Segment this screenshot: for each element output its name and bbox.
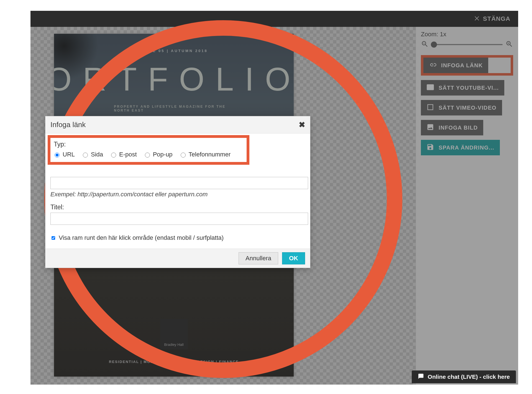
zoom-thumb[interactable] <box>431 42 437 48</box>
title-label: Titel: <box>50 204 305 211</box>
zoom-label: Zoom: 1x <box>421 31 513 38</box>
doc-logo: Bradley Hall <box>160 319 188 349</box>
radio-url-input[interactable] <box>55 153 60 158</box>
show-frame-checkbox-row[interactable]: Visa ram runt den här klick område (enda… <box>50 234 305 241</box>
dialog-footer: Annullera OK <box>45 249 310 268</box>
vimeo-button[interactable]: SÄTT VIMEO-VIDEO <box>421 100 502 115</box>
dialog-close-icon[interactable]: ✖ <box>299 120 305 129</box>
image-icon <box>426 123 434 132</box>
radio-sida-label: Sida <box>91 151 103 158</box>
zoom-in-icon[interactable] <box>505 40 513 49</box>
dialog-body: Typ: URL Sida E-post Pop-up Telefonnumme… <box>45 133 310 249</box>
topbar: STÄNGA <box>30 11 518 27</box>
youtube-label: SÄTT YOUTUBE-VI... <box>439 85 499 91</box>
insert-link-label: INFOGA LÄNK <box>441 62 483 69</box>
save-icon <box>426 143 434 152</box>
typ-label: Typ: <box>54 141 245 148</box>
dialog-title: Infoga länk <box>50 120 86 129</box>
cancel-button[interactable]: Annullera <box>239 252 278 264</box>
sidebar-highlight: INFOGA LÄNK <box>421 55 513 76</box>
radio-epost[interactable]: E-post <box>110 151 137 158</box>
link-icon <box>429 61 437 70</box>
radio-tel[interactable]: Telefonnummer <box>179 151 231 158</box>
insert-link-button[interactable]: INFOGA LÄNK <box>423 58 488 73</box>
radio-tel-label: Telefonnummer <box>189 151 231 158</box>
save-button[interactable]: SPARA ÄNDRING... <box>421 140 500 155</box>
zoom-slider[interactable] <box>431 44 503 45</box>
show-frame-label: Visa ram runt den här klick område (enda… <box>59 234 224 241</box>
zoom-slider-row <box>421 40 513 49</box>
zoom-out-icon[interactable] <box>421 40 429 49</box>
url-input[interactable] <box>50 177 308 189</box>
doc-subtitle: PROPERTY AND LIFESTYLE MAGAZINE FOR THE … <box>114 105 234 112</box>
sidebar: Zoom: 1x INFOGA LÄNK SÄT <box>416 27 518 385</box>
insert-image-button[interactable]: INFOGA BILD <box>421 120 483 135</box>
typ-highlight-box: Typ: URL Sida E-post Pop-up Telefonnumme… <box>48 135 249 165</box>
radio-url[interactable]: URL <box>53 151 75 158</box>
vimeo-label: SÄTT VIMEO-VIDEO <box>439 105 497 111</box>
insert-link-dialog: Infoga länk ✖ Typ: URL Sida E-post Pop-u… <box>45 116 310 268</box>
chat-icon <box>418 373 424 381</box>
radio-sida[interactable]: Sida <box>81 151 103 158</box>
dialog-header: Infoga länk ✖ <box>45 116 310 133</box>
doc-issue: ISSUE 05 | AUTUMN 2018 <box>140 49 208 53</box>
ok-button[interactable]: OK <box>282 252 305 264</box>
radio-tel-input[interactable] <box>181 153 186 158</box>
radio-popup-label: Pop-up <box>153 151 173 158</box>
chat-bar[interactable]: Online chat (LIVE) - click here <box>412 370 516 383</box>
vimeo-icon <box>426 103 434 112</box>
radio-popup[interactable]: Pop-up <box>144 151 173 158</box>
radio-epost-label: E-post <box>119 151 137 158</box>
show-frame-checkbox[interactable] <box>52 236 55 240</box>
doc-footer: RESIDENTIAL | MORTGAGES | ... | ... & DE… <box>109 360 239 364</box>
radio-epost-input[interactable] <box>111 153 116 158</box>
url-hint: Exempel: http://paperturn.com/contact el… <box>50 191 305 198</box>
radio-sida-input[interactable] <box>83 153 88 158</box>
radio-popup-input[interactable] <box>145 153 150 158</box>
typ-radios: URL Sida E-post Pop-up Telefonnummer <box>52 151 245 158</box>
chat-label: Online chat (LIVE) - click here <box>428 374 510 380</box>
save-label: SPARA ÄNDRING... <box>439 145 494 151</box>
insert-image-label: INFOGA BILD <box>439 125 478 131</box>
youtube-button[interactable]: SÄTT YOUTUBE-VI... <box>421 80 504 96</box>
close-icon <box>474 15 480 23</box>
youtube-icon <box>426 83 434 92</box>
close-label: STÄNGA <box>483 15 510 22</box>
title-input[interactable] <box>50 213 308 225</box>
doc-title: ORTFOLIO <box>54 60 294 98</box>
app-frame: STÄNGA ISSUE 05 | AUTUMN 2018 ORTFOLIO P… <box>30 11 518 385</box>
radio-url-label: URL <box>63 151 75 158</box>
close-button[interactable]: STÄNGA <box>474 15 510 23</box>
